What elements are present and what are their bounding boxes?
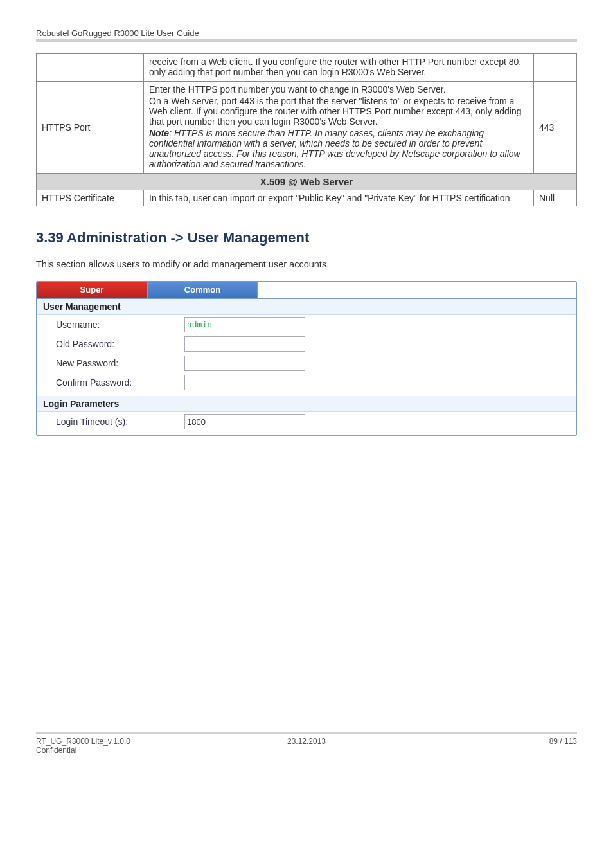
settings-panel: Super Common User Management Username: O… bbox=[36, 281, 577, 436]
tab-bar: Super Common bbox=[37, 282, 576, 298]
confirm-password-row: Confirm Password: bbox=[37, 373, 576, 392]
https-note: Note: HTTPS is more secure than HTTP. In… bbox=[149, 128, 528, 169]
doc-header: Robustel GoRugged R3000 Lite User Guide bbox=[36, 28, 577, 38]
https-note-bold: Note bbox=[149, 128, 169, 138]
username-input[interactable] bbox=[184, 317, 305, 332]
old-password-row: Old Password: bbox=[37, 334, 576, 354]
empty-val-cell bbox=[534, 54, 577, 82]
https-cert-desc: In this tab, user can import or export "… bbox=[144, 190, 534, 206]
https-cert-value: Null bbox=[534, 190, 577, 206]
panel-body: User Management Username: Old Password: … bbox=[37, 298, 576, 435]
old-password-label: Old Password: bbox=[56, 339, 184, 349]
table-row: HTTPS Port Enter the HTTPS port number y… bbox=[37, 82, 577, 174]
tab-common[interactable]: Common bbox=[147, 282, 258, 298]
confirm-password-label: Confirm Password: bbox=[56, 377, 184, 388]
table-row: receive from a Web client. If you config… bbox=[37, 54, 577, 82]
login-params-header: Login Parameters bbox=[37, 396, 576, 412]
login-timeout-row: Login Timeout (s): bbox=[37, 412, 576, 431]
user-mgmt-header: User Management bbox=[37, 299, 576, 315]
username-row: Username: bbox=[37, 315, 576, 334]
empty-label-cell bbox=[37, 54, 144, 82]
new-password-row: New Password: bbox=[37, 354, 576, 373]
old-password-input[interactable] bbox=[184, 336, 305, 352]
http-desc-cell: receive from a Web client. If you config… bbox=[144, 54, 534, 82]
page-footer: RT_UG_R3000 Lite_v.1.0.0 Confidential 23… bbox=[36, 732, 577, 757]
table-row: HTTPS Certificate In this tab, user can … bbox=[37, 190, 577, 206]
footer-doc-id: RT_UG_R3000 Lite_v.1.0.0 bbox=[36, 737, 130, 746]
spec-table-top: receive from a Web client. If you config… bbox=[36, 53, 577, 206]
https-p1: Enter the HTTPS port number you want to … bbox=[149, 84, 528, 95]
login-timeout-label: Login Timeout (s): bbox=[56, 417, 184, 427]
header-rule bbox=[36, 39, 577, 42]
https-note-rest: : HTTPS is more secure than HTTP. In man… bbox=[149, 128, 520, 169]
new-password-input[interactable] bbox=[184, 356, 305, 371]
footer-confidential: Confidential bbox=[36, 746, 130, 755]
footer-date: 23.12.2013 bbox=[287, 737, 326, 746]
footer-page-num: 89 / 113 bbox=[549, 737, 577, 755]
username-label: Username: bbox=[56, 320, 184, 330]
https-port-label: HTTPS Port bbox=[37, 82, 144, 174]
https-cert-label: HTTPS Certificate bbox=[37, 190, 144, 206]
https-desc-cell: Enter the HTTPS port number you want to … bbox=[144, 82, 534, 174]
http-desc-text: receive from a Web client. If you config… bbox=[149, 57, 528, 77]
login-timeout-input[interactable] bbox=[184, 414, 305, 429]
https-port-value: 443 bbox=[534, 82, 577, 174]
https-p2: On a Web server, port 443 is the port th… bbox=[149, 96, 528, 127]
tab-super[interactable]: Super bbox=[37, 282, 147, 298]
section-heading: 3.39 Administration -> User Management bbox=[36, 230, 577, 246]
x509-header: X.509 @ Web Server bbox=[37, 174, 577, 190]
confirm-password-input[interactable] bbox=[184, 375, 305, 390]
new-password-label: New Password: bbox=[56, 358, 184, 368]
section-intro: This section allows users to modify or a… bbox=[36, 259, 577, 269]
table-row: X.509 @ Web Server bbox=[37, 174, 577, 190]
